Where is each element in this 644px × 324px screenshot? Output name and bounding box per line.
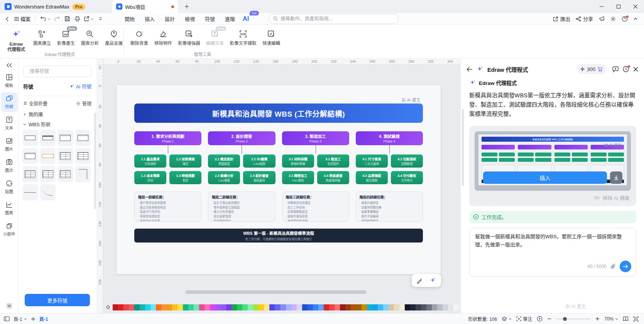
wbs-title-banner[interactable]: 新模具和治具開發 WBS (工作分解結構) bbox=[134, 103, 423, 123]
rail-templates[interactable]: 模板 bbox=[1, 71, 17, 91]
export-button[interactable]: 匯出 bbox=[553, 15, 570, 22]
color-swatch[interactable] bbox=[367, 304, 372, 310]
task-box[interactable]: 3.1 材料採購 原物料準備 bbox=[282, 154, 314, 168]
symbol-shape[interactable] bbox=[22, 166, 38, 182]
color-swatch[interactable] bbox=[421, 304, 426, 310]
ribbon-image-generate[interactable]: Beta 影像產生 bbox=[54, 26, 78, 46]
symbol-search-input[interactable] bbox=[30, 69, 92, 74]
rail-icons[interactable]: 圖示 bbox=[1, 156, 17, 176]
save-button[interactable] bbox=[62, 14, 72, 24]
task-box[interactable]: 3.2 粗加工 毛坯製作 bbox=[317, 154, 349, 168]
color-swatch[interactable] bbox=[351, 304, 356, 310]
zoom-in-button[interactable] bbox=[595, 317, 600, 321]
color-swatch[interactable] bbox=[291, 304, 297, 310]
prompt-input-card[interactable]: 幫我做一個新模具和治具開發的WBS，要照工序一個一個拆開來整理，先做第一版出來。… bbox=[469, 228, 636, 277]
rail-settings-gear-icon[interactable] bbox=[6, 302, 13, 309]
color-swatch[interactable] bbox=[156, 304, 161, 310]
color-swatch[interactable] bbox=[313, 304, 318, 310]
milestone-card[interactable]: 階段三詳細任務： 供應商評估與選定加工工序安排品質檢驗點設定組裝作業指導書進度管… bbox=[282, 192, 349, 222]
canvas-view[interactable]: 由 AI 產生 新模具和治具開發 WBS (工作分解結構) 1. 需求分析與規劃… bbox=[103, 65, 460, 313]
horizontal-scrollbar[interactable] bbox=[185, 290, 367, 294]
ribbon-ocr[interactable]: OCR 影像文字擷取 bbox=[227, 26, 259, 46]
layers-button[interactable] bbox=[502, 316, 512, 322]
page-book-icon[interactable] bbox=[623, 316, 629, 321]
group-my-library[interactable]: 我的庫 bbox=[23, 110, 43, 118]
color-swatch[interactable] bbox=[394, 304, 399, 310]
color-swatch[interactable] bbox=[161, 304, 167, 310]
phase-box[interactable]: 4. 測試驗證 Phase 4 bbox=[356, 131, 423, 145]
symbol-shape[interactable] bbox=[22, 184, 38, 200]
symbol-shape[interactable] bbox=[22, 148, 38, 164]
presentation-play-button[interactable] bbox=[537, 316, 543, 322]
task-box[interactable]: 3.4 表面處理 熱處理研磨 bbox=[317, 171, 349, 184]
milestone-card[interactable]: 階段二詳細任務： 設計方案比較與選定零件圖與組立圖繪製應力分析與優化設計變更管理… bbox=[208, 192, 275, 222]
manage-button[interactable]: 管理 bbox=[76, 100, 91, 107]
color-swatch[interactable] bbox=[145, 304, 150, 310]
color-swatch[interactable] bbox=[383, 304, 389, 310]
share-button[interactable]: 分享 bbox=[576, 15, 593, 22]
color-swatch[interactable] bbox=[215, 304, 221, 310]
task-box[interactable]: 2.2 3D建模 CAD繪圖 bbox=[243, 154, 275, 168]
send-button[interactable] bbox=[620, 261, 631, 272]
ai-panel-scrollbar[interactable] bbox=[462, 109, 464, 186]
symbol-shape[interactable] bbox=[57, 166, 73, 182]
search-input[interactable] bbox=[281, 16, 394, 22]
document-tab[interactable]: Wbs項目 bbox=[112, 0, 178, 13]
color-swatch[interactable] bbox=[324, 304, 329, 310]
task-box[interactable]: 4.4 交付驗收 文件移交 bbox=[391, 171, 423, 184]
maximize-button[interactable] bbox=[610, 0, 627, 13]
focus-mode-button[interactable]: 專注 bbox=[516, 316, 532, 322]
color-swatch[interactable] bbox=[140, 304, 145, 310]
color-swatch[interactable] bbox=[269, 304, 275, 310]
color-swatch[interactable] bbox=[335, 304, 340, 310]
color-swatch[interactable] bbox=[134, 304, 140, 310]
color-swatch[interactable] bbox=[416, 304, 421, 310]
page-tab[interactable]: 頁-1 bbox=[39, 316, 48, 322]
close-panel-button[interactable] bbox=[633, 66, 639, 72]
ribbon-chart-create[interactable]: 圖表建立 bbox=[30, 26, 54, 46]
symbol-shape[interactable] bbox=[40, 130, 56, 146]
color-swatch[interactable] bbox=[443, 304, 448, 310]
task-box[interactable]: 2.1 概念設計 草圖繪製 bbox=[208, 154, 240, 168]
global-search[interactable] bbox=[269, 14, 399, 24]
task-box[interactable]: 1.3 成本預算 評估 bbox=[134, 171, 166, 184]
color-swatch[interactable] bbox=[232, 304, 237, 310]
symbol-shape[interactable] bbox=[75, 166, 91, 182]
wbs-footer-bar[interactable]: WBS 第一版 - 新模具治具開發標準流程 依工序分解，可後續依任務複雜度各階段… bbox=[134, 229, 423, 243]
new-tab-button[interactable] bbox=[184, 4, 189, 9]
task-box[interactable]: 4.3 品質確認 報告檢驗 bbox=[356, 171, 388, 184]
color-swatch[interactable] bbox=[199, 304, 205, 310]
color-swatch[interactable] bbox=[129, 304, 134, 310]
color-swatch[interactable] bbox=[318, 304, 324, 310]
color-swatch[interactable] bbox=[437, 304, 443, 310]
color-swatch[interactable] bbox=[426, 304, 432, 310]
color-swatch[interactable] bbox=[183, 304, 188, 310]
color-swatch[interactable] bbox=[340, 304, 345, 310]
color-swatch[interactable] bbox=[150, 304, 156, 310]
pages-panel-icon[interactable] bbox=[4, 316, 10, 321]
symbol-shape[interactable] bbox=[22, 130, 38, 146]
ribbon-remove-object[interactable]: 移除物件 bbox=[151, 26, 175, 46]
rail-text[interactable]: 文本 bbox=[1, 114, 17, 133]
color-swatch[interactable] bbox=[280, 304, 286, 310]
redo-button[interactable] bbox=[52, 14, 62, 24]
color-swatch[interactable] bbox=[167, 304, 172, 310]
collapse-panel-icon[interactable] bbox=[6, 63, 12, 68]
menu-item[interactable]: 開始 bbox=[121, 14, 139, 24]
color-swatch[interactable] bbox=[410, 304, 416, 310]
color-swatch[interactable] bbox=[405, 304, 410, 310]
remove-ai-mark[interactable]: 移除 AI 標識 bbox=[475, 191, 631, 203]
phase-box[interactable]: 2. 設計開發 Phase 2 bbox=[208, 131, 275, 145]
color-swatch[interactable] bbox=[356, 304, 362, 310]
color-swatch[interactable] bbox=[399, 304, 405, 310]
collapse-toolbar-button[interactable] bbox=[633, 17, 638, 21]
color-swatch[interactable] bbox=[329, 304, 335, 310]
symbol-shape[interactable] bbox=[75, 130, 91, 146]
symbol-shape[interactable] bbox=[75, 148, 91, 164]
ribbon-remove-background[interactable]: 刪除背景 bbox=[127, 26, 151, 46]
ribbon-edit-text[interactable]: Beta 編輯文本 bbox=[203, 26, 227, 46]
menu-ai[interactable]: AI hot bbox=[239, 14, 253, 24]
undo-button[interactable] bbox=[39, 14, 52, 24]
menu-item[interactable]: 插入 bbox=[141, 14, 159, 24]
task-box[interactable]: 2.4 設計審查 圖面審核 bbox=[243, 171, 275, 184]
